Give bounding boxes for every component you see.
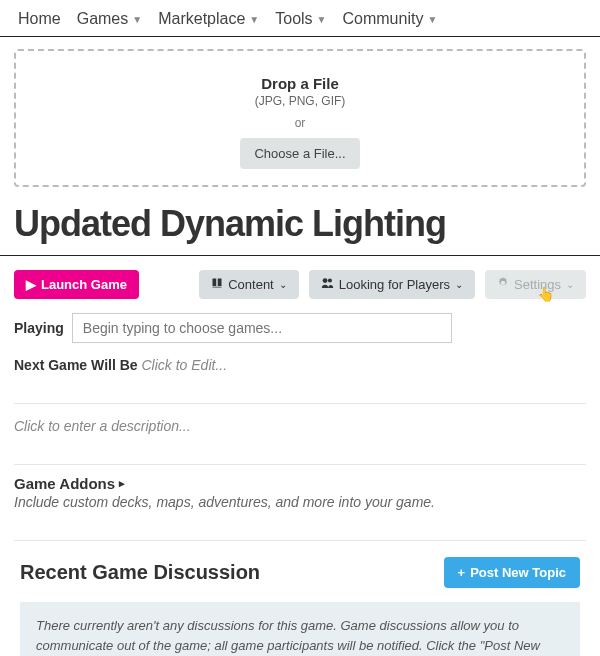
nav-label: Marketplace xyxy=(158,10,245,28)
looking-for-players-dropdown[interactable]: Looking for Players ⌄ xyxy=(309,270,475,299)
caret-down-icon: ▼ xyxy=(249,14,259,25)
discussion-section: Recent Game Discussion + Post New Topic … xyxy=(0,541,600,656)
dropzone-or: or xyxy=(16,116,584,130)
post-new-topic-button[interactable]: + Post New Topic xyxy=(444,557,580,588)
book-icon xyxy=(211,277,223,292)
discussion-empty-message: There currently aren't any discussions f… xyxy=(20,602,580,656)
caret-down-icon: ▼ xyxy=(427,14,437,25)
nav-community[interactable]: Community▼ xyxy=(337,8,444,30)
playing-row: Playing xyxy=(0,299,600,343)
discussion-header: Recent Game Discussion + Post New Topic xyxy=(20,557,580,588)
file-dropzone[interactable]: Drop a File (JPG, PNG, GIF) or Choose a … xyxy=(14,49,586,187)
content-dropdown[interactable]: Content ⌄ xyxy=(199,270,299,299)
discussion-title: Recent Game Discussion xyxy=(20,561,260,584)
dropzone-title: Drop a File xyxy=(16,75,584,92)
svg-point-1 xyxy=(328,279,332,283)
plus-icon: + xyxy=(458,565,466,580)
button-label: Settings xyxy=(514,277,561,292)
users-icon xyxy=(321,277,334,292)
playing-label: Playing xyxy=(14,320,64,336)
top-nav: Home Games▼ Marketplace▼ Tools▼ Communit… xyxy=(0,0,600,37)
caret-down-icon: ⌄ xyxy=(566,279,574,290)
page-title: Updated Dynamic Lighting xyxy=(0,187,600,256)
svg-point-0 xyxy=(322,278,327,283)
action-row-wrap: ▶ Launch Game Content ⌄ Looking for Play… xyxy=(0,256,600,299)
button-label: Post New Topic xyxy=(470,565,566,580)
nav-home[interactable]: Home xyxy=(12,8,67,30)
gear-icon xyxy=(497,277,509,292)
choose-file-button[interactable]: Choose a File... xyxy=(240,138,359,169)
playing-input[interactable] xyxy=(72,313,452,343)
button-label: Content xyxy=(228,277,274,292)
next-game-row[interactable]: Next Game Will Be Click to Edit... xyxy=(0,343,600,373)
description-prompt[interactable]: Click to enter a description... xyxy=(0,404,600,434)
caret-right-icon: ▸ xyxy=(119,477,125,490)
caret-down-icon: ⌄ xyxy=(455,279,463,290)
settings-dropdown[interactable]: Settings ⌄ xyxy=(485,270,586,299)
next-game-label: Next Game Will Be xyxy=(14,357,138,373)
nav-marketplace[interactable]: Marketplace▼ xyxy=(152,8,265,30)
button-label: Launch Game xyxy=(41,277,127,292)
action-row: ▶ Launch Game Content ⌄ Looking for Play… xyxy=(0,256,600,299)
dropzone-subtitle: (JPG, PNG, GIF) xyxy=(16,94,584,108)
nav-label: Games xyxy=(77,10,129,28)
nav-games[interactable]: Games▼ xyxy=(71,8,148,30)
next-game-edit-prompt: Click to Edit... xyxy=(141,357,227,373)
nav-label: Tools xyxy=(275,10,312,28)
nav-label: Community xyxy=(343,10,424,28)
nav-tools[interactable]: Tools▼ xyxy=(269,8,332,30)
play-icon: ▶ xyxy=(26,277,36,292)
launch-game-button[interactable]: ▶ Launch Game xyxy=(14,270,139,299)
nav-label: Home xyxy=(18,10,61,28)
game-addons-header[interactable]: Game Addons ▸ xyxy=(0,465,600,492)
caret-down-icon: ⌄ xyxy=(279,279,287,290)
caret-down-icon: ▼ xyxy=(317,14,327,25)
caret-down-icon: ▼ xyxy=(132,14,142,25)
button-label: Looking for Players xyxy=(339,277,450,292)
addons-subtitle: Include custom decks, maps, adventures, … xyxy=(0,492,600,510)
addons-title-label: Game Addons xyxy=(14,475,115,492)
